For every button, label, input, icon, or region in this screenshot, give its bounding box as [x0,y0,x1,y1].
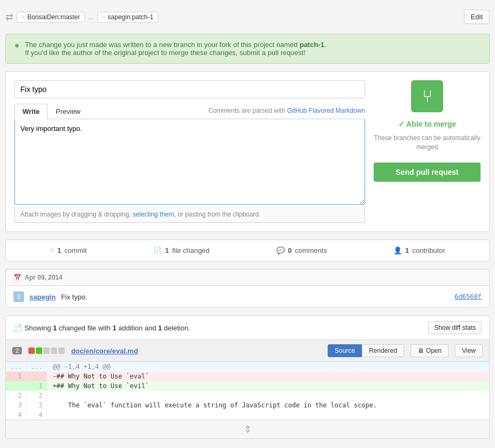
file-path-link[interactable]: doc/en/core/eval.md [71,347,138,355]
ctx-square-1 [43,347,50,354]
stat-files: 📄 1 file changed [153,246,210,254]
date-label: Apr 09, 2014 [25,274,63,281]
diff-table: ... ... @@ -1,4 +1,4 @@ 1 -## Why Not to… [6,362,489,420]
show-diff-stats-button[interactable]: Show diff stats [428,321,482,334]
banner-text-1: The change you just made was written to … [25,41,300,49]
file-count: 1 [165,246,169,254]
info-icon: ● [14,41,20,50]
calendar-icon: 📅 [13,274,21,281]
diff-ctx-line-3: 4 4 [6,410,489,420]
file-icon: 📄 [153,246,162,254]
banner-text-2: . [324,41,327,49]
editor-tabs: Write Preview Comments are parsed with G… [14,104,365,119]
merge-desc: These branches can be automatically merg… [374,134,481,152]
diff-summary-header: 📄 Showing 1 changed file with 1 addition… [5,315,490,340]
avatar: S [13,291,24,302]
file-label: file changed [172,246,210,254]
view-button[interactable]: View [455,344,483,357]
diff-view-buttons: Source Rendered [328,344,404,357]
attach-text-1: Attach images by dragging & dropping, [20,211,133,218]
stats-bar: ⑂ 1 commit 📄 1 file changed 💬 0 comments… [5,240,490,261]
markdown-hint: Comments are parsed with GitHub Flavored… [208,104,365,119]
selecting-them-link[interactable]: selecting them [133,211,174,218]
dots-separator: ... [88,13,94,21]
rendered-view-button[interactable]: Rendered [362,344,404,357]
hunk-content: @@ -1,4 +1,4 @@ [47,362,489,372]
tab-preview[interactable]: Preview [48,104,88,119]
banner-branch-name: patch-1 [299,41,324,49]
pr-description-textarea[interactable]: Very important typo. [14,119,365,205]
date-section: 📅 Apr 09, 2014 [5,269,490,285]
stat-contributors: 👤 1 contributor [393,246,445,254]
branch-from-tag: ⑂ BonsaiDen:master [17,12,85,22]
commit-icon: ⑂ [50,246,54,254]
ctx-content-1 [47,391,489,400]
commit-sha-link[interactable]: 6d6568f [454,293,482,300]
merge-status: ✓ Able to merge [398,120,457,128]
contributor-count: 1 [405,246,409,254]
ctx-old-num-1: 2 [6,391,26,400]
ctx-content-3 [47,410,489,420]
file-diff-header: 2 doc/en/core/eval.md Source Rendered 🖥 … [6,340,489,362]
stat-comments: 💬 0 comments [276,246,327,254]
del-old-num: 1 [6,372,26,381]
attach-bar: Attach images by dragging & dropping, se… [14,206,365,223]
commit-count: 1 [57,246,61,254]
commit-author-link[interactable]: sapegin [29,293,56,301]
attach-text-2: , or pasting from the clipboard. [174,211,261,218]
fork-icon: ⑂ [21,13,25,21]
file-diff: 2 doc/en/core/eval.md Source Rendered 🖥 … [5,340,490,439]
branch-info: ⇄ ⑂ BonsaiDen:master ... ⑂ sapegin:patch… [5,11,158,23]
diff-text-3: addition and [117,324,158,332]
pr-form-section: Write Preview Comments are parsed with G… [5,71,490,232]
stat-commits: ⑂ 1 commit [50,246,87,254]
open-label: Open [426,347,442,354]
comment-icon: 💬 [276,246,285,254]
merge-icon-box: ⑂ [411,80,443,112]
ctx-square-2 [51,347,57,354]
branch-to-label: sapegin:patch-1 [108,13,153,21]
diff-del-line: 1 -## Why Not to Use `eval` [6,372,489,381]
diff-additions: 1 [112,324,116,332]
ctx-new-num-2: 3 [26,400,47,410]
expand-icon: ⇕ [244,424,252,435]
contributor-icon: 👤 [393,246,402,254]
diff-text-1: Showing [25,324,53,332]
ctx-new-num-3: 4 [26,410,47,420]
open-button[interactable]: 🖥 Open [411,344,448,357]
markdown-link[interactable]: GitHub Flavored Markdown [287,107,365,114]
tab-write[interactable]: Write [14,104,48,119]
diff-squares [28,347,65,354]
diff-text-2: changed file with [57,324,112,332]
send-pr-button[interactable]: Send pull request [374,163,481,182]
banner-text-3: If you'd like the author of the original… [25,49,306,57]
comment-count: 0 [288,246,292,254]
pr-title-input[interactable] [14,80,365,98]
commit-message: Fix typo. [61,293,449,301]
ctx-old-num-2: 3 [6,400,26,410]
diff-expand[interactable]: ⇕ [6,420,489,438]
fork-icon2: ⑂ [102,13,106,21]
ctx-content-2: The `eval` function will execute a strin… [47,400,489,410]
monitor-icon: 🖥 [417,347,424,354]
commit-label: commit [64,246,87,254]
form-left: Write Preview Comments are parsed with G… [14,80,365,223]
edit-button[interactable]: Edit [464,10,490,24]
diff-icon: 📄 [13,323,22,332]
del-square [28,347,35,354]
diff-add-line: 1 +## Why Not to Use `evil` [6,381,489,391]
add-square [36,347,42,354]
comment-label: comments [295,246,327,254]
add-new-num: 1 [26,381,47,391]
contributor-label: contributor [412,246,445,254]
ctx-square-3 [58,347,65,354]
branch-to-tag: ⑂ sapegin:patch-1 [97,12,158,22]
diff-deletions: 1 [158,324,162,332]
source-view-button[interactable]: Source [328,344,362,357]
ctx-old-num-3: 4 [6,410,26,420]
diff-text-4: deletion. [162,324,190,332]
commit-row: S sapegin Fix typo. 6d6568f [5,285,490,308]
hunk-new-num: ... [26,362,47,372]
del-content: -## Why Not to Use `eval` [47,372,489,381]
branch-from-label: BonsaiDen:master [27,13,80,21]
